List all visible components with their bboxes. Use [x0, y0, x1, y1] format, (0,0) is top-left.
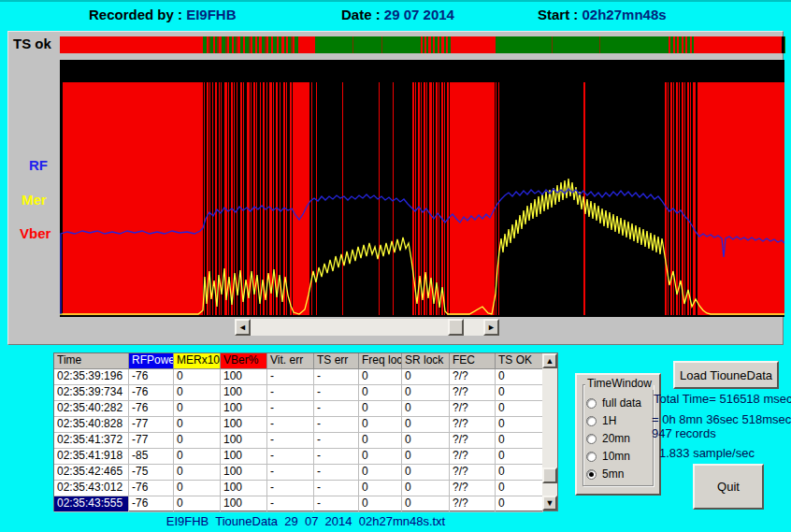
table-cell[interactable]: 100 [221, 433, 267, 449]
table-cell[interactable]: -76 [129, 369, 174, 385]
table-cell[interactable]: - [314, 401, 359, 417]
table-cell[interactable]: - [267, 481, 314, 496]
table-cell[interactable]: 0 [174, 385, 221, 401]
table-cell[interactable]: 0 [402, 385, 450, 401]
table-cell[interactable]: - [267, 401, 314, 417]
table-cell[interactable]: 0 [174, 465, 221, 481]
table-cell[interactable]: - [314, 465, 359, 481]
table-cell[interactable]: 0 [359, 369, 402, 385]
table-cell[interactable]: 100 [221, 449, 267, 465]
table-cell[interactable]: ?/? [450, 369, 496, 385]
table-cell[interactable]: - [267, 417, 314, 433]
table-cell[interactable]: 02:35:39:196 [54, 369, 129, 385]
table-cell[interactable]: 0 [496, 449, 543, 465]
scroll-down-button[interactable]: ▼ [542, 496, 557, 510]
table-cell[interactable]: - [267, 385, 314, 401]
chart-h-scrollbar[interactable]: ◄ ► [235, 319, 499, 336]
table-cell[interactable]: 0 [359, 449, 402, 465]
table-cell[interactable]: -77 [129, 433, 174, 449]
table-cell[interactable]: 0 [402, 417, 450, 433]
scrollbar-track[interactable] [251, 319, 483, 336]
table-cell[interactable]: 0 [174, 496, 221, 512]
table-cell[interactable]: 0 [496, 417, 543, 433]
table-cell[interactable]: -76 [129, 481, 174, 496]
table-cell[interactable]: 0 [402, 433, 450, 449]
table-cell[interactable]: 100 [221, 481, 267, 496]
quit-button[interactable]: Quit [693, 464, 764, 510]
table-cell[interactable]: 100 [221, 417, 267, 433]
table-cell[interactable]: -77 [129, 417, 174, 433]
table-cell[interactable]: -76 [129, 496, 174, 512]
table-cell[interactable]: 100 [221, 385, 267, 401]
table-cell[interactable]: 02:35:43:012 [54, 481, 129, 496]
table-cell[interactable]: 0 [174, 369, 221, 385]
time-window-option-full-data[interactable]: full data [586, 395, 657, 410]
table-cell[interactable]: 0 [359, 401, 402, 417]
table-cell[interactable]: 0 [402, 496, 450, 512]
table-cell[interactable]: 0 [496, 465, 543, 481]
load-tiounedata-button[interactable]: Load TiouneData [673, 361, 779, 389]
table-cell[interactable]: - [267, 369, 314, 385]
table-cell[interactable]: 100 [221, 369, 267, 385]
table-cell[interactable]: 0 [496, 369, 543, 385]
table-cell[interactable]: ?/? [450, 449, 496, 465]
table-cell[interactable]: -85 [129, 449, 174, 465]
table-cell[interactable]: 0 [402, 369, 450, 385]
radio-button-icon[interactable] [586, 416, 597, 426]
table-cell[interactable]: 0 [359, 481, 402, 496]
table-cell[interactable]: - [314, 481, 359, 496]
table-cell[interactable]: 100 [221, 465, 267, 481]
table-cell[interactable]: 0 [359, 465, 402, 481]
table-cell[interactable]: 0 [402, 481, 450, 496]
table-cell[interactable]: 0 [174, 481, 221, 496]
table-cell[interactable]: 0 [359, 496, 402, 512]
table-cell[interactable]: 0 [174, 433, 221, 449]
table-cell[interactable]: 0 [402, 465, 450, 481]
scrollbar-track[interactable] [542, 368, 557, 496]
table-cell[interactable]: - [314, 369, 359, 385]
scroll-left-button[interactable]: ◄ [235, 319, 251, 336]
table-v-scrollbar[interactable]: ▲ ▼ [542, 353, 557, 510]
time-window-option-20mn[interactable]: 20mn [586, 431, 657, 446]
table-cell[interactable]: 0 [496, 401, 543, 417]
table-cell[interactable]: - [267, 465, 314, 481]
table-cell[interactable]: 100 [221, 496, 267, 512]
table-cell[interactable]: -76 [129, 401, 174, 417]
scrollbar-thumb[interactable] [448, 319, 464, 336]
table-cell[interactable]: 0 [496, 385, 543, 401]
table-cell[interactable]: -76 [129, 385, 174, 401]
radio-button-icon[interactable] [586, 434, 597, 444]
scrollbar-thumb[interactable] [542, 467, 557, 483]
table-cell[interactable]: - [314, 449, 359, 465]
table-cell[interactable]: - [314, 433, 359, 449]
table-cell[interactable]: - [267, 433, 314, 449]
table-cell[interactable]: 02:35:42:465 [54, 465, 129, 481]
scroll-up-button[interactable]: ▲ [542, 353, 557, 368]
table-cell[interactable]: 0 [174, 449, 221, 465]
table-cell[interactable]: 02:35:40:282 [54, 401, 129, 417]
time-window-option-5mn[interactable]: 5mn [586, 467, 657, 482]
table-cell[interactable]: 0 [496, 481, 543, 496]
radio-button-icon[interactable] [586, 398, 597, 409]
table-cell[interactable]: ?/? [450, 385, 496, 401]
time-window-option-10mn[interactable]: 10mn [586, 449, 657, 464]
scroll-right-button[interactable]: ► [483, 319, 499, 336]
table-cell[interactable]: - [314, 496, 359, 512]
table-cell[interactable]: 0 [402, 449, 450, 465]
table-cell[interactable]: 0 [496, 433, 543, 449]
table-cell[interactable]: 0 [359, 417, 402, 433]
table-cell[interactable]: ?/? [450, 401, 496, 417]
table-cell[interactable]: 0 [359, 385, 402, 401]
radio-button-icon[interactable] [586, 469, 597, 480]
table-cell[interactable]: ?/? [450, 433, 496, 449]
table-cell[interactable]: 02:35:39:734 [54, 385, 129, 401]
table-cell[interactable]: - [314, 417, 359, 433]
table-cell[interactable]: 0 [359, 433, 402, 449]
table-cell[interactable]: 0 [496, 496, 543, 512]
table-cell[interactable]: -75 [129, 465, 174, 481]
table-cell[interactable]: ?/? [450, 481, 496, 496]
table-cell[interactable]: - [314, 385, 359, 401]
table-cell[interactable]: 0 [402, 401, 450, 417]
radio-button-icon[interactable] [586, 452, 597, 462]
table-cell[interactable]: 0 [174, 401, 221, 417]
